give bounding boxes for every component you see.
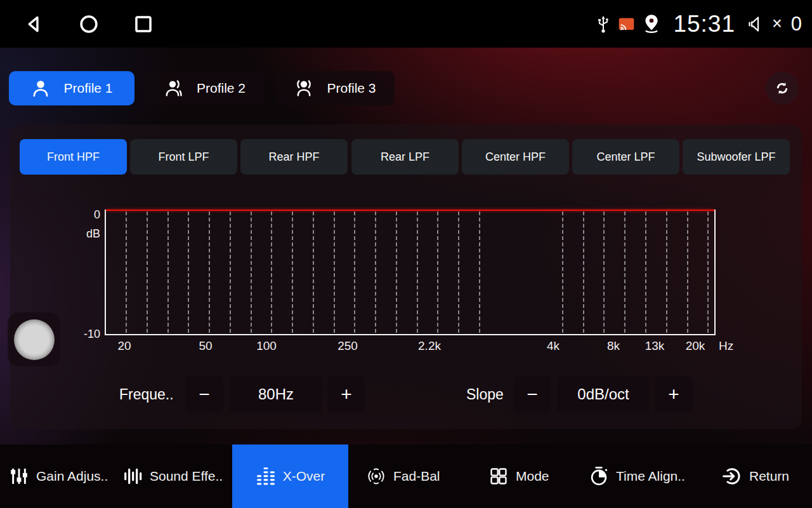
nav-item-label: Sound Effe.. — [150, 469, 223, 484]
cast-icon — [618, 17, 635, 32]
slope-label: Slope — [466, 376, 504, 413]
mixer-icon — [9, 466, 29, 486]
gridline — [603, 211, 605, 333]
home-button[interactable] — [77, 13, 100, 36]
gridline — [562, 211, 563, 333]
x-tick-label: 2.2k — [418, 339, 441, 353]
gridline — [271, 211, 272, 333]
home-icon — [78, 13, 100, 35]
fadbal-icon — [366, 466, 386, 486]
knob-circle — [14, 319, 55, 360]
recents-button[interactable] — [132, 13, 155, 36]
filter-tab-subwoofer-lpf[interactable]: Subwoofer LPF — [683, 139, 790, 175]
waveform-icon — [122, 466, 143, 486]
usb-icon — [595, 14, 612, 34]
gridline — [624, 211, 625, 333]
gridline — [687, 211, 688, 333]
gridline — [645, 211, 646, 333]
slope-minus-button[interactable]: − — [514, 376, 551, 413]
x-tick-label: 250 — [337, 339, 358, 353]
frequency-value: 80Hz — [230, 376, 322, 413]
nav-item-label: Return — [749, 469, 789, 484]
filter-tab-label: Rear LPF — [381, 150, 429, 164]
frequency-label: Freque.. — [119, 376, 174, 413]
gridline — [666, 211, 667, 333]
response-curve — [106, 210, 714, 211]
x-axis-unit-label: Hz — [719, 339, 733, 353]
recents-icon — [133, 13, 154, 35]
nav-item-return[interactable]: Return — [722, 444, 789, 508]
timer-icon — [589, 466, 609, 486]
floating-assist-button[interactable] — [8, 312, 60, 366]
x-tick-label: 8k — [607, 339, 620, 353]
nav-item-label: Mode — [516, 469, 549, 484]
nav-item-gain-adjus[interactable]: Gain Adjus.. — [9, 444, 108, 508]
gridline — [230, 211, 231, 333]
gridline — [334, 211, 335, 333]
y-axis-bottom-label: -10 — [69, 328, 100, 341]
gridline — [292, 211, 293, 333]
volume-muted-icon — [745, 15, 764, 34]
back-icon — [23, 13, 45, 35]
android-nav-buttons — [23, 0, 155, 48]
refresh-button[interactable] — [766, 72, 799, 105]
gridline — [167, 211, 169, 333]
filter-tab-rear-hpf[interactable]: Rear HPF — [240, 139, 348, 175]
filter-tab-label: Rear HPF — [268, 150, 319, 164]
nav-item-label: Time Align.. — [616, 469, 685, 484]
gridline — [126, 211, 127, 333]
x-tick-label: 100 — [256, 339, 277, 353]
nav-item-x-over[interactable]: X-Over — [232, 444, 348, 508]
profile-tab-1[interactable]: Profile 1 — [9, 71, 134, 105]
gridline — [313, 211, 314, 333]
gridline — [375, 211, 376, 333]
x-tick-label: 50 — [199, 339, 212, 353]
clock: 15:31 — [673, 11, 735, 37]
x-tick-label: 20 — [117, 339, 131, 353]
filter-tab-center-lpf[interactable]: Center LPF — [572, 139, 679, 175]
status-bar: 15:31 × 0 — [0, 0, 812, 48]
filter-tab-front-lpf[interactable]: Front LPF — [130, 139, 237, 175]
nav-item-time-align[interactable]: Time Align.. — [589, 444, 685, 508]
filter-tab-center-hpf[interactable]: Center HPF — [462, 139, 569, 175]
return-icon — [722, 466, 742, 486]
person-group2-icon — [294, 78, 314, 98]
filter-tab-label: Subwoofer LPF — [697, 150, 775, 164]
status-right-cluster: 15:31 × 0 — [595, 0, 802, 48]
location-icon — [641, 13, 662, 35]
nav-item-label: Fad-Bal — [393, 469, 440, 484]
gridline — [354, 211, 355, 333]
nav-item-fad-bal[interactable]: Fad-Bal — [366, 444, 440, 508]
filter-tab-label: Front LPF — [158, 150, 209, 164]
filter-tab-label: Front HPF — [47, 150, 100, 164]
gridline — [396, 211, 397, 333]
gridline — [188, 211, 189, 333]
filter-tab-label: Center HPF — [485, 150, 546, 164]
gridline — [251, 211, 252, 333]
nav-item-mode[interactable]: Mode — [488, 444, 549, 508]
mode-icon — [488, 466, 509, 486]
bottom-nav: Gain Adjus..Sound Effe..X-OverFad-BalMod… — [0, 444, 812, 508]
person-icon — [30, 78, 51, 98]
frequency-response-plot[interactable] — [105, 210, 716, 335]
filter-tab-rear-lpf[interactable]: Rear LPF — [351, 139, 459, 175]
profile-tab-label: Profile 3 — [327, 81, 376, 96]
gridline — [417, 211, 418, 333]
back-button[interactable] — [23, 13, 46, 36]
refresh-icon — [773, 79, 791, 97]
nav-item-sound-effe[interactable]: Sound Effe.. — [122, 444, 223, 508]
gridline — [437, 211, 438, 333]
frequency-plus-button[interactable]: + — [327, 376, 365, 413]
filter-tab-front-hpf[interactable]: Front HPF — [20, 139, 127, 175]
gridline — [707, 211, 709, 333]
y-axis-top-label: 0 — [69, 208, 100, 222]
profile-tab-2[interactable]: Profile 2 — [145, 71, 265, 105]
frequency-minus-button[interactable]: − — [185, 376, 223, 413]
volume-times: × — [772, 14, 782, 34]
person-group-icon — [164, 78, 184, 98]
profile-tab-label: Profile 1 — [63, 81, 112, 96]
x-tick-label: 13k — [645, 339, 665, 353]
slope-plus-button[interactable]: + — [655, 376, 693, 413]
profile-tab-3[interactable]: Profile 3 — [275, 71, 395, 105]
profile-tab-label: Profile 2 — [197, 81, 246, 96]
